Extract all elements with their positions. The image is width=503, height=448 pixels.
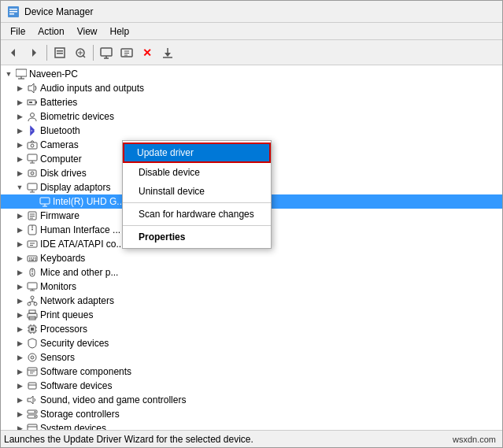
- tree-item-sensors[interactable]: ▶ Sensors: [1, 350, 502, 365]
- toolbar-separator-2: [93, 45, 94, 61]
- update-button[interactable]: [117, 43, 136, 62]
- svg-rect-59: [35, 257, 37, 259]
- security-icon: [26, 337, 39, 350]
- tree-item-audio[interactable]: ▶ Audio inputs and outputs: [1, 81, 502, 95]
- svg-rect-42: [40, 198, 50, 204]
- svg-marker-5: [32, 49, 36, 57]
- bluetooth-label: Bluetooth: [40, 125, 501, 136]
- download-button[interactable]: [158, 43, 177, 62]
- tree-item-sound[interactable]: ▶ Sound, video and game controllers: [1, 393, 502, 407]
- forward-button[interactable]: [24, 43, 43, 62]
- tree-item-security[interactable]: ▶ Security devices: [1, 336, 502, 350]
- tree-item-batteries[interactable]: ▶ Batteries: [1, 95, 502, 109]
- menu-file[interactable]: File: [4, 24, 31, 38]
- back-button[interactable]: [4, 43, 23, 62]
- svg-rect-95: [28, 383, 36, 389]
- root-label: Naveen-PC: [29, 68, 501, 80]
- svg-point-51: [31, 229, 33, 231]
- remove-button[interactable]: ✕: [138, 43, 157, 62]
- menu-help[interactable]: Help: [104, 24, 136, 38]
- tree-item-system[interactable]: ▶ System devices: [1, 421, 502, 430]
- tree-item-network[interactable]: ▶ Network adapters: [1, 294, 502, 308]
- tree-item-print[interactable]: ▶ Print queues: [1, 308, 502, 322]
- svg-point-101: [35, 416, 36, 417]
- svg-rect-52: [28, 241, 37, 247]
- expand-processors: ▶: [13, 323, 26, 335]
- system-label: System devices: [40, 423, 501, 430]
- tree-root[interactable]: ▼ Naveen-PC: [1, 67, 502, 81]
- svg-rect-57: [31, 257, 33, 259]
- svg-rect-33: [28, 154, 37, 161]
- svg-rect-75: [29, 310, 35, 313]
- svg-rect-1: [9, 9, 17, 10]
- mice-icon: [26, 266, 39, 279]
- biometric-label: Biometric devices: [40, 111, 501, 122]
- properties-button[interactable]: [50, 43, 69, 62]
- svg-point-71: [34, 302, 37, 305]
- context-menu: Update driver Disable device Uninstall d…: [122, 140, 272, 249]
- context-menu-properties[interactable]: Properties: [123, 228, 271, 246]
- scan-button[interactable]: [71, 43, 90, 62]
- tree-item-sw-devices[interactable]: ▶ Software devices: [1, 379, 502, 393]
- expand-intel: [26, 195, 39, 208]
- context-menu-uninstall-device[interactable]: Uninstall device: [123, 182, 271, 201]
- svg-rect-7: [57, 50, 63, 52]
- menu-view[interactable]: View: [71, 24, 104, 38]
- expand-biometric: ▶: [13, 110, 26, 123]
- expand-security: ▶: [13, 337, 26, 350]
- svg-rect-28: [35, 102, 37, 104]
- context-menu-update-driver[interactable]: Update driver: [123, 143, 271, 163]
- sw-devices-icon: [26, 380, 39, 392]
- expand-sw-devices: ▶: [13, 380, 26, 392]
- tree-item-keyboards[interactable]: ▶ Keyboards: [1, 251, 502, 265]
- svg-rect-79: [31, 328, 34, 331]
- disk-icon: [26, 167, 39, 180]
- window-title: Device Manager: [24, 6, 93, 17]
- computer-icon: [15, 68, 28, 80]
- expand-computer: ▶: [13, 153, 26, 165]
- expand-network: ▶: [13, 294, 26, 307]
- monitor-button[interactable]: [97, 43, 116, 62]
- expand-firmware: ▶: [13, 209, 26, 222]
- svg-rect-23: [16, 69, 27, 76]
- expand-ide: ▶: [13, 238, 26, 250]
- monitors-label: Monitors: [40, 281, 501, 292]
- display-icon: [26, 181, 39, 194]
- tree-item-biometric[interactable]: ▶ Biometric devices: [1, 109, 502, 124]
- svg-point-90: [32, 357, 33, 358]
- expand-sound: ▶: [13, 394, 26, 406]
- tree-item-sw-components[interactable]: ▶ Software components: [1, 365, 502, 379]
- context-menu-disable-device[interactable]: Disable device: [123, 163, 271, 182]
- intel-icon: [39, 195, 51, 208]
- status-right: wsxdn.com: [449, 435, 499, 444]
- bluetooth-icon: [26, 124, 39, 137]
- sensors-icon: [26, 351, 39, 364]
- storage-label: Storage controllers: [40, 409, 501, 420]
- tree-item-mice[interactable]: ▶ Mice and other p...: [1, 265, 502, 280]
- sensors-label: Sensors: [40, 352, 501, 363]
- context-menu-scan-hardware[interactable]: Scan for hardware changes: [123, 205, 271, 224]
- svg-line-74: [32, 302, 35, 302]
- expand-hid: ▶: [13, 224, 26, 236]
- window-icon: [7, 6, 20, 18]
- main-area: ▼ Naveen-PC ▶: [1, 65, 502, 430]
- device-manager-window: Device Manager File Action View Help: [0, 0, 503, 448]
- hid-icon: [26, 224, 39, 236]
- svg-rect-56: [29, 257, 31, 259]
- svg-rect-13: [101, 48, 112, 56]
- tree-item-storage[interactable]: ▶ Storage controllers: [1, 407, 502, 421]
- svg-marker-21: [165, 53, 171, 57]
- svg-rect-8: [57, 53, 63, 54]
- battery-icon: [26, 96, 39, 109]
- menu-action[interactable]: Action: [31, 24, 70, 38]
- storage-icon: [26, 408, 39, 420]
- svg-rect-29: [29, 102, 32, 103]
- tree-item-processors[interactable]: ▶ Processors: [1, 322, 502, 336]
- expand-system: ▶: [13, 422, 26, 430]
- sw-components-label: Software components: [40, 366, 501, 377]
- expand-mice: ▶: [13, 266, 26, 279]
- tree-item-monitors[interactable]: ▶ Monitors: [1, 280, 502, 294]
- keyboards-label: Keyboards: [40, 253, 501, 264]
- expand-cameras: ▶: [13, 139, 26, 151]
- tree-item-bluetooth[interactable]: ▶ Bluetooth: [1, 124, 502, 138]
